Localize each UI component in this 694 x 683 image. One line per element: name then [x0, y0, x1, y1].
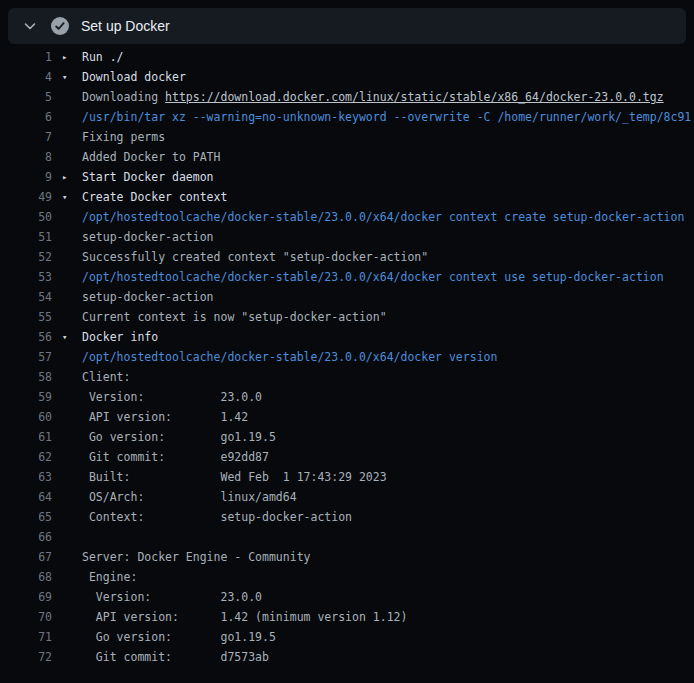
- log-line-text: /opt/hostedtoolcache/docker-stable/23.0.…: [82, 347, 497, 367]
- line-number[interactable]: 57: [0, 347, 52, 367]
- line-number[interactable]: 5: [0, 87, 52, 107]
- log-line-text: Context: setup-docker-action: [82, 507, 352, 527]
- log-line: 6 /usr/bin/tar xz --warning=no-unknown-k…: [0, 107, 694, 127]
- line-number[interactable]: 58: [0, 367, 52, 387]
- line-number[interactable]: 71: [0, 627, 52, 647]
- log-line-text: Added Docker to PATH: [82, 147, 220, 167]
- log-line: 55 Current context is now "setup-docker-…: [0, 307, 694, 327]
- log-line-text: Client:: [82, 367, 130, 387]
- line-number[interactable]: 60: [0, 407, 52, 427]
- log-line: 62 Git commit: e92dd87: [0, 447, 694, 467]
- chevron-down-icon[interactable]: ▾: [62, 187, 74, 207]
- log-line-text: OS/Arch: linux/amd64: [82, 487, 297, 507]
- line-number[interactable]: 62: [0, 447, 52, 467]
- step-header[interactable]: Set up Docker: [8, 8, 686, 44]
- log-line: 65 Context: setup-docker-action: [0, 507, 694, 527]
- line-number[interactable]: 7: [0, 127, 52, 147]
- line-number[interactable]: 56: [0, 327, 52, 347]
- line-number[interactable]: 59: [0, 387, 52, 407]
- log-line-text: Version: 23.0.0: [82, 587, 262, 607]
- line-number[interactable]: 52: [0, 247, 52, 267]
- line-number[interactable]: 72: [0, 647, 52, 667]
- log-line-text: Git commit: d7573ab: [82, 647, 269, 667]
- line-number[interactable]: 50: [0, 207, 52, 227]
- log-line-text: setup-docker-action: [82, 227, 214, 247]
- line-number[interactable]: 55: [0, 307, 52, 327]
- log-line-text: API version: 1.42 (minimum version 1.12): [82, 607, 407, 627]
- line-number[interactable]: 69: [0, 587, 52, 607]
- log-text: Downloading: [82, 90, 165, 104]
- log-line-text: API version: 1.42: [82, 407, 248, 427]
- chevron-down-icon[interactable]: ▾: [62, 327, 74, 347]
- log-line: 57 /opt/hostedtoolcache/docker-stable/23…: [0, 347, 694, 367]
- line-number[interactable]: 8: [0, 147, 52, 167]
- line-number[interactable]: 66: [0, 527, 52, 547]
- log-line-text: Downloading https://download.docker.com/…: [82, 87, 664, 107]
- log-line-text: Run ./: [82, 47, 124, 67]
- log-line: 1 ▸ Run ./: [0, 47, 694, 67]
- log-line-text: Built: Wed Feb 1 17:43:29 2023: [82, 467, 387, 487]
- log-line: 53 /opt/hostedtoolcache/docker-stable/23…: [0, 267, 694, 287]
- log-line: 52 Successfully created context "setup-d…: [0, 247, 694, 267]
- line-number[interactable]: 51: [0, 227, 52, 247]
- log-line-text: Download docker: [82, 67, 186, 87]
- log-line-text: Start Docker daemon: [82, 167, 214, 187]
- step-title: Set up Docker: [81, 18, 170, 34]
- log-line-text: Current context is now "setup-docker-act…: [82, 307, 387, 327]
- line-number[interactable]: 1: [0, 47, 52, 67]
- chevron-down-icon[interactable]: ▾: [62, 67, 74, 87]
- line-number[interactable]: 68: [0, 567, 52, 587]
- line-number[interactable]: 63: [0, 467, 52, 487]
- log-line: 4 ▾ Download docker: [0, 67, 694, 87]
- log-line: 5 Downloading https://download.docker.co…: [0, 87, 694, 107]
- line-number[interactable]: 64: [0, 487, 52, 507]
- log-line: 9 ▸ Start Docker daemon: [0, 167, 694, 187]
- log-line-text: Fixing perms: [82, 127, 165, 147]
- log-line-text: Create Docker context: [82, 187, 227, 207]
- log-line: 50 /opt/hostedtoolcache/docker-stable/23…: [0, 207, 694, 227]
- download-url-link[interactable]: https://download.docker.com/linux/static…: [165, 90, 664, 104]
- log-line-text: Go version: go1.19.5: [82, 427, 276, 447]
- chevron-down-icon[interactable]: [22, 18, 38, 34]
- log-line-text: Version: 23.0.0: [82, 387, 262, 407]
- log-line: 63 Built: Wed Feb 1 17:43:29 2023: [0, 467, 694, 487]
- line-number[interactable]: 53: [0, 267, 52, 287]
- log-line: 51 setup-docker-action: [0, 227, 694, 247]
- log-line: 64 OS/Arch: linux/amd64: [0, 487, 694, 507]
- log-output: 1 ▸ Run ./ 4 ▾ Download docker 5 Downloa…: [0, 47, 694, 667]
- log-line-text: Server: Docker Engine - Community: [82, 547, 310, 567]
- log-line-text: Successfully created context "setup-dock…: [82, 247, 428, 267]
- log-line-text: Git commit: e92dd87: [82, 447, 269, 467]
- chevron-right-icon[interactable]: ▸: [62, 47, 74, 67]
- line-number[interactable]: 49: [0, 187, 52, 207]
- log-line: 69 Version: 23.0.0: [0, 587, 694, 607]
- log-line: 7 Fixing perms: [0, 127, 694, 147]
- line-number[interactable]: 4: [0, 67, 52, 87]
- log-line-text: Docker info: [82, 327, 158, 347]
- line-number[interactable]: 6: [0, 107, 52, 127]
- chevron-right-icon[interactable]: ▸: [62, 167, 74, 187]
- log-line-text: /opt/hostedtoolcache/docker-stable/23.0.…: [82, 267, 664, 287]
- log-line: 72 Git commit: d7573ab: [0, 647, 694, 667]
- log-line: 60 API version: 1.42: [0, 407, 694, 427]
- log-line: 58 Client:: [0, 367, 694, 387]
- log-line: 70 API version: 1.42 (minimum version 1.…: [0, 607, 694, 627]
- log-line-text: setup-docker-action: [82, 287, 214, 307]
- check-circle-icon: [51, 17, 69, 35]
- log-line-text: /usr/bin/tar xz --warning=no-unknown-key…: [82, 107, 691, 127]
- log-line: 8 Added Docker to PATH: [0, 147, 694, 167]
- line-number[interactable]: 61: [0, 427, 52, 447]
- line-number[interactable]: 65: [0, 507, 52, 527]
- log-line: 67 Server: Docker Engine - Community: [0, 547, 694, 567]
- line-number[interactable]: 54: [0, 287, 52, 307]
- log-line: 54 setup-docker-action: [0, 287, 694, 307]
- log-line: 56 ▾ Docker info: [0, 327, 694, 347]
- line-number[interactable]: 9: [0, 167, 52, 187]
- log-line: 49 ▾ Create Docker context: [0, 187, 694, 207]
- log-line-text: /opt/hostedtoolcache/docker-stable/23.0.…: [82, 207, 691, 227]
- log-line: 68 Engine:: [0, 567, 694, 587]
- log-line: 71 Go version: go1.19.5: [0, 627, 694, 647]
- line-number[interactable]: 67: [0, 547, 52, 567]
- line-number[interactable]: 70: [0, 607, 52, 627]
- log-line-text: Go version: go1.19.5: [82, 627, 276, 647]
